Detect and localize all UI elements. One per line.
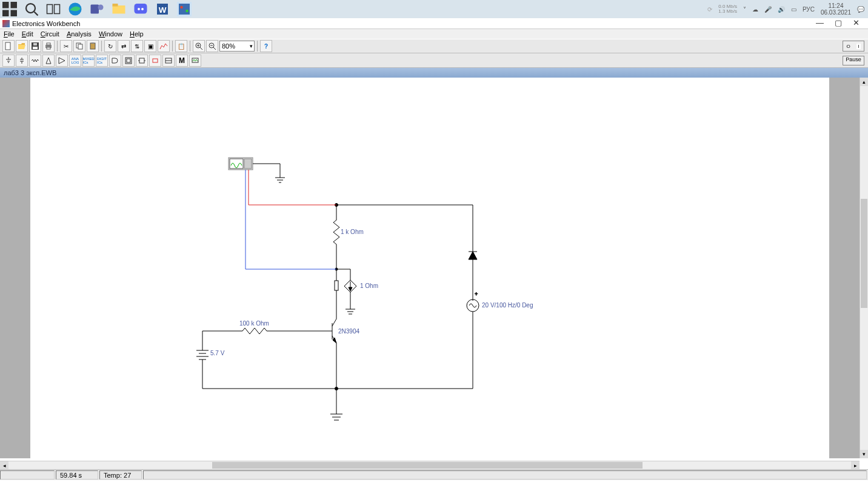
digital-button[interactable]: MIXEDICs xyxy=(82,55,95,67)
svg-rect-1 xyxy=(11,2,18,8)
svg-rect-31 xyxy=(92,42,94,44)
controlled-source[interactable] xyxy=(344,277,356,307)
new-button[interactable] xyxy=(2,40,15,52)
svg-rect-9 xyxy=(91,5,99,14)
edge-icon[interactable] xyxy=(68,2,82,16)
svg-rect-18 xyxy=(179,4,190,15)
save-button[interactable] xyxy=(29,40,41,52)
projection-icon[interactable]: ▭ xyxy=(791,6,796,13)
svg-rect-29 xyxy=(78,44,82,49)
menu-circuit[interactable]: Circuit xyxy=(41,30,59,38)
copy-button[interactable] xyxy=(73,40,85,52)
properties-button[interactable]: 📋 xyxy=(175,40,187,52)
gates-button[interactable] xyxy=(109,55,121,67)
cut-button[interactable]: ✂ xyxy=(60,40,72,52)
schematic[interactable]: + xyxy=(30,78,829,458)
fliph-button[interactable]: ⇄ xyxy=(118,40,130,52)
menu-window[interactable]: Window xyxy=(99,30,122,38)
maximize-button[interactable]: ▢ xyxy=(835,18,842,27)
diodes-button[interactable] xyxy=(29,55,41,67)
print-button[interactable] xyxy=(42,40,55,52)
status-time: 59.84 s xyxy=(56,470,98,480)
main-toolbar: ✂ ↻ ⇄ ⇅ ▣ 📋 80% ? OI xyxy=(0,39,868,53)
canvas[interactable]: + xyxy=(0,78,868,469)
svg-rect-48 xyxy=(127,59,130,62)
ground-main[interactable] xyxy=(330,414,342,420)
zoomout-button[interactable] xyxy=(206,40,218,52)
battery-v1[interactable] xyxy=(196,344,209,359)
analog-button[interactable] xyxy=(56,55,68,67)
resistor-100k[interactable] xyxy=(242,328,267,334)
label-v1: 5.7 V xyxy=(210,350,225,356)
zoomin-button[interactable] xyxy=(193,40,205,52)
label-src: 1 Ohm xyxy=(360,282,378,289)
transistor-2n3904[interactable] xyxy=(327,319,336,343)
svg-rect-52 xyxy=(153,59,158,62)
vertical-scrollbar[interactable]: ▴ ▾ xyxy=(860,78,868,458)
teams-icon[interactable] xyxy=(90,2,104,16)
oscilloscope-button[interactable] xyxy=(189,55,201,67)
taskview-icon[interactable] xyxy=(46,2,61,16)
start-icon[interactable] xyxy=(2,2,17,16)
mic-icon[interactable]: 🎤 xyxy=(764,6,772,13)
power-switch[interactable]: OI xyxy=(843,41,864,52)
component-toolbar: ANALOG MIXEDICs DIGITICs M Pause xyxy=(0,53,868,68)
svg-point-10 xyxy=(98,5,104,10)
logic-button[interactable]: DIGITICs xyxy=(96,55,108,67)
cloud-icon[interactable]: ☁ xyxy=(752,6,758,13)
svg-point-20 xyxy=(185,10,189,13)
svg-text:+: + xyxy=(475,291,478,297)
language-indicator[interactable]: РУС xyxy=(803,6,815,13)
oscilloscope-instrument[interactable] xyxy=(229,158,285,182)
subcircuit-button[interactable]: ▣ xyxy=(144,40,156,52)
zoom-select[interactable]: 80% xyxy=(219,41,255,52)
word-icon[interactable]: W xyxy=(155,2,170,16)
svg-point-15 xyxy=(141,8,144,10)
multimeter-button[interactable]: M xyxy=(176,55,188,67)
svg-rect-3 xyxy=(11,10,18,17)
chevron-up-icon[interactable]: ˅ xyxy=(743,6,746,13)
horizontal-scrollbar[interactable]: ◂ ▸ xyxy=(0,461,860,469)
svg-rect-7 xyxy=(55,5,60,14)
menu-edit[interactable]: Edit xyxy=(22,30,33,38)
svg-rect-49 xyxy=(139,58,144,63)
discord-icon[interactable] xyxy=(133,2,148,16)
minimize-button[interactable]: — xyxy=(816,18,824,27)
explorer-icon[interactable] xyxy=(112,2,126,16)
transistors-button[interactable] xyxy=(42,55,55,67)
ewb-icon[interactable] xyxy=(177,2,192,16)
pause-button[interactable]: Pause xyxy=(843,56,864,65)
instruments-button[interactable] xyxy=(162,55,175,67)
app-titlebar: Electronics Workbench xyxy=(0,18,868,29)
svg-rect-90 xyxy=(335,281,338,290)
statusbar: 59.84 s Temp: 27 xyxy=(0,469,868,480)
indicators-button[interactable] xyxy=(122,55,135,67)
small-rect[interactable] xyxy=(335,281,338,290)
flipv-button[interactable]: ⇅ xyxy=(131,40,143,52)
volume-icon[interactable]: 🔊 xyxy=(778,6,785,13)
misc-button[interactable] xyxy=(149,55,161,67)
sync-icon[interactable]: ⟳ xyxy=(707,6,712,13)
notifications-icon[interactable]: 💬 xyxy=(857,6,864,13)
ground-cccs[interactable] xyxy=(346,307,355,314)
menu-analysis[interactable]: Analysis xyxy=(67,30,92,38)
open-button[interactable] xyxy=(16,40,28,52)
graph-button[interactable] xyxy=(158,40,170,52)
resistor-1k[interactable] xyxy=(333,220,339,244)
windows-taskbar: W ⟳ 0.0 Mb/s 1.3 Mb/s ˅ ☁ 🎤 🔊 ▭ РУС 11:2… xyxy=(0,0,868,18)
basic-button[interactable] xyxy=(16,55,28,67)
controls-button[interactable] xyxy=(136,55,148,67)
menu-help[interactable]: Help xyxy=(130,30,144,38)
close-button[interactable]: ✕ xyxy=(853,18,860,27)
paste-button[interactable] xyxy=(87,40,99,52)
help-button[interactable]: ? xyxy=(260,40,272,52)
rotate-button[interactable]: ↻ xyxy=(104,40,116,52)
diode-component[interactable] xyxy=(469,249,477,259)
sources-button[interactable] xyxy=(2,55,15,67)
svg-rect-2 xyxy=(2,10,9,17)
menu-file[interactable]: File xyxy=(4,30,15,38)
mixed-button[interactable]: ANALOG xyxy=(69,55,81,67)
clock-time: 11:24 xyxy=(821,2,851,9)
search-icon[interactable] xyxy=(24,2,39,16)
clock-date: 06.03.2021 xyxy=(821,9,851,16)
